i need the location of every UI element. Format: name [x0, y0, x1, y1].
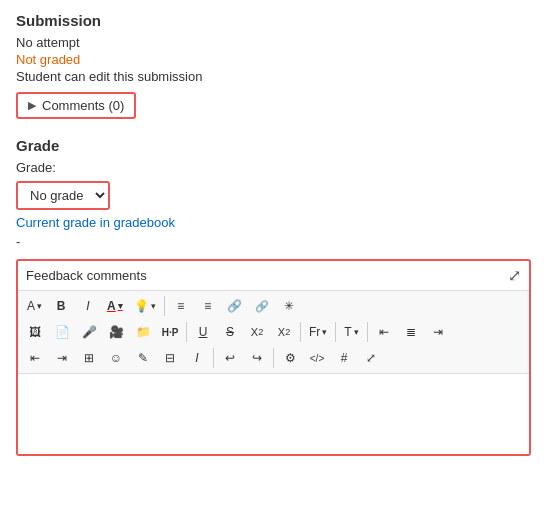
feedback-title: Feedback comments [26, 268, 147, 283]
strikethrough-button[interactable]: S [217, 320, 243, 344]
grade-section: Grade Grade: No grade Current grade in g… [16, 137, 531, 249]
plugin-button[interactable]: ⚙ [277, 346, 303, 370]
grade-select[interactable]: No grade [18, 183, 108, 208]
align-right-button[interactable]: ⇥ [425, 320, 451, 344]
fullscreen-button[interactable]: ⤢ [358, 346, 384, 370]
feedback-editor: Feedback comments ⤢ A ▾ B I A ▾ 💡▾ ≡ ≡ 🔗… [16, 259, 531, 456]
emoji-button[interactable]: ☺ [103, 346, 129, 370]
table2-button[interactable]: ⊟ [157, 346, 183, 370]
video-button[interactable]: 🎥 [103, 320, 129, 344]
comments-label: Comments (0) [42, 98, 124, 113]
underline-button[interactable]: U [190, 320, 216, 344]
color-picker-button[interactable]: A ▾ [102, 294, 128, 318]
italic-button[interactable]: I [75, 294, 101, 318]
comments-toggle[interactable]: ▶ Comments (0) [16, 92, 136, 119]
gradebook-link[interactable]: Current grade in gradebook [16, 215, 175, 230]
redo-button[interactable]: ↪ [244, 346, 270, 370]
sep-7 [273, 348, 274, 368]
no-attempt-text: No attempt [16, 35, 531, 50]
table-button[interactable]: ⊞ [76, 346, 102, 370]
link-button[interactable]: 🔗 [222, 294, 248, 318]
ordered-list-button[interactable]: ≡ [195, 294, 221, 318]
bold-button[interactable]: B [48, 294, 74, 318]
toolbar-row-1: A ▾ B I A ▾ 💡▾ ≡ ≡ 🔗 🔗 ✳ [22, 294, 525, 318]
insert-char-button[interactable]: I [184, 346, 210, 370]
toolbar-row-3: ⇤ ⇥ ⊞ ☺ ✎ ⊟ I ↩ ↪ ⚙ </> # ⤢ [22, 346, 525, 370]
sep-1 [164, 296, 165, 316]
edit-button[interactable]: ✎ [130, 346, 156, 370]
sep-2 [186, 322, 187, 342]
submission-section: Submission No attempt Not graded Student… [16, 12, 531, 137]
toolbar-row-2: 🖼 📄 🎤 🎥 📁 H·P U S X2 X2 Fr ▾ T ▾ ⇤ ≣ ⇥ [22, 320, 525, 344]
indent-decrease-button[interactable]: ⇤ [22, 346, 48, 370]
hp-button[interactable]: H·P [157, 320, 183, 344]
grade-label: Grade: [16, 160, 531, 175]
unlink-button[interactable]: 🔗 [249, 294, 275, 318]
sep-3 [300, 322, 301, 342]
undo-button[interactable]: ↩ [217, 346, 243, 370]
sep-5 [367, 322, 368, 342]
submission-title: Submission [16, 12, 531, 29]
font-family-button[interactable]: Fr ▾ [304, 320, 332, 344]
special-char-button[interactable]: ✳ [276, 294, 302, 318]
not-graded-text: Not graded [16, 52, 531, 67]
subscript-button[interactable]: X2 [244, 320, 270, 344]
code-button[interactable]: </> [304, 346, 330, 370]
grade-title: Grade [16, 137, 531, 154]
sep-6 [213, 348, 214, 368]
indent-increase-button[interactable]: ⇥ [49, 346, 75, 370]
highlight-button[interactable]: 💡▾ [129, 294, 161, 318]
font-a-button[interactable]: A ▾ [22, 294, 47, 318]
unordered-list-button[interactable]: ≡ [168, 294, 194, 318]
font-size-button[interactable]: T ▾ [339, 320, 363, 344]
sep-4 [335, 322, 336, 342]
grade-select-wrapper: No grade [16, 181, 110, 210]
superscript-button[interactable]: X2 [271, 320, 297, 344]
comments-arrow-icon: ▶ [28, 99, 36, 112]
grade-dash: - [16, 234, 531, 249]
audio-button[interactable]: 🎤 [76, 320, 102, 344]
student-edit-text: Student can edit this submission [16, 69, 531, 84]
image-button[interactable]: 🖼 [22, 320, 48, 344]
hash-button[interactable]: # [331, 346, 357, 370]
align-left-button[interactable]: ⇤ [371, 320, 397, 344]
file-button[interactable]: 📄 [49, 320, 75, 344]
editor-toolbar: A ▾ B I A ▾ 💡▾ ≡ ≡ 🔗 🔗 ✳ 🖼 📄 🎤 🎥 📁 H·P U… [18, 291, 529, 374]
manage-files-button[interactable]: 📁 [130, 320, 156, 344]
editor-content-area[interactable] [18, 374, 529, 454]
expand-icon[interactable]: ⤢ [508, 266, 521, 285]
align-center-button[interactable]: ≣ [398, 320, 424, 344]
feedback-header: Feedback comments ⤢ [18, 261, 529, 291]
